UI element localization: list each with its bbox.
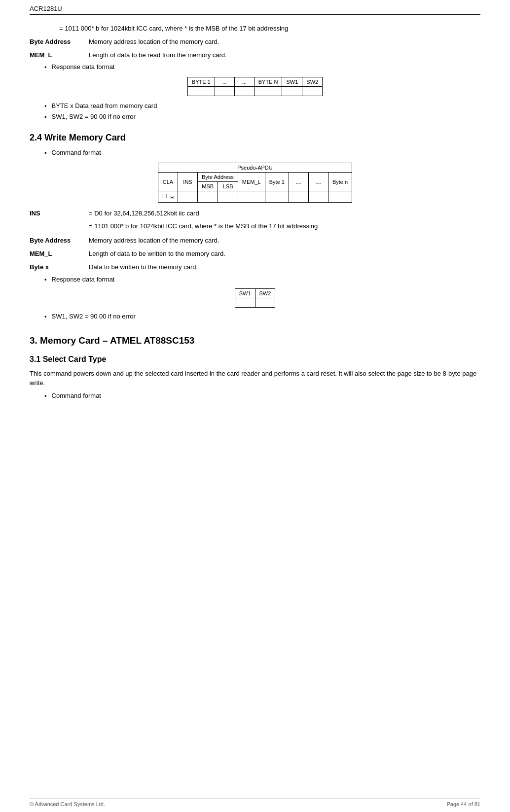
byte-address-row: Byte Address Memory address location of … bbox=[30, 37, 480, 47]
read-h1: BYTE 1 bbox=[187, 77, 215, 87]
write-table-row3: FF H bbox=[158, 191, 352, 202]
wt-dots2: .... bbox=[308, 173, 328, 191]
wt-lsb: LSB bbox=[218, 182, 238, 191]
read-d2 bbox=[215, 87, 234, 96]
read-d3 bbox=[234, 87, 254, 96]
bullet-dot-7: • bbox=[44, 392, 47, 400]
bullet-dot-1: • bbox=[44, 64, 47, 71]
wt-meml: MEM_L bbox=[238, 173, 265, 191]
bullet-dot-2: • bbox=[44, 103, 47, 110]
write-table-row1: CLA INS Byte Address MEM_L Byte 1 .... .… bbox=[158, 173, 352, 182]
bullet-dot-5: • bbox=[44, 276, 47, 283]
command-format-bullet2: • Command format bbox=[44, 392, 480, 400]
wt-ffh: FF H bbox=[158, 191, 178, 202]
ins-eq2-text: = 1101 000* b for 1024kbit ICC card, whe… bbox=[89, 222, 318, 230]
byte-x2-desc: Data to be written to the memory card. bbox=[89, 262, 480, 273]
page-container: ACR1281U = 1011 000* b for 1024kbit ICC … bbox=[0, 0, 510, 812]
read-response-table-wrapper: BYTE 1 ... ... BYTE N SW1 SW2 bbox=[30, 77, 480, 96]
wt-e7 bbox=[289, 191, 308, 202]
byte-x2-row: Byte x Data to be written to the memory … bbox=[30, 262, 480, 273]
write-response-table-wrapper: SW1 SW2 bbox=[30, 288, 480, 308]
ins-eq1: = D0 for 32,64,128,256,512kbit iic card bbox=[89, 209, 480, 219]
mem-l2-row: MEM_L Length of data to be written to th… bbox=[30, 249, 480, 259]
byte-x-text: BYTE x Data read from memory card bbox=[52, 102, 157, 109]
byte-x-bullet: • BYTE x Data read from memory card bbox=[44, 102, 480, 110]
mem-l-desc: Length of data to be read from the memor… bbox=[89, 50, 480, 61]
wt-e2 bbox=[178, 191, 198, 202]
wt-e6 bbox=[265, 191, 289, 202]
sw1-sw2-write-text: SW1, SW2 = 90 00 if no error bbox=[52, 313, 136, 320]
write-resp-sw1-h: SW1 bbox=[235, 288, 255, 298]
response-format-bullet2: • Response data format bbox=[44, 276, 480, 283]
bullet-dot-6: • bbox=[44, 313, 47, 320]
wt-byten: Byte n bbox=[328, 173, 352, 191]
write-resp-sw2-h: SW2 bbox=[255, 288, 275, 298]
wt-e8 bbox=[308, 191, 328, 202]
write-resp-sw2-d bbox=[255, 298, 275, 307]
mem-l-label: MEM_L bbox=[30, 50, 89, 61]
read-table-data-row bbox=[187, 87, 322, 96]
wt-ins: INS bbox=[178, 173, 198, 191]
section-31-title: 3.1 Select Card Type bbox=[30, 355, 106, 363]
mem-l2-label: MEM_L bbox=[30, 249, 89, 259]
write-resp-data-row bbox=[235, 298, 275, 307]
sw1-sw2-text: SW1, SW2 = 90 00 if no error bbox=[52, 113, 136, 120]
sw1-sw2-write-bullet: • SW1, SW2 = 90 00 if no error bbox=[44, 313, 480, 320]
bullet-dot-3: • bbox=[44, 113, 47, 121]
wt-dots1: .... bbox=[289, 173, 308, 191]
write-command-table-wrapper: Pseudo-APDU CLA INS Byte Address MEM_L B… bbox=[30, 163, 480, 202]
footer-left: © Advanced Card Systems Ltd. bbox=[30, 801, 105, 807]
wt-e4 bbox=[218, 191, 238, 202]
byte-address-desc: Memory address location of the memory ca… bbox=[89, 37, 480, 47]
read-d6 bbox=[302, 87, 323, 96]
read-table-header-row: BYTE 1 ... ... BYTE N SW1 SW2 bbox=[187, 77, 322, 87]
eq1-text: = 1011 000* b for 1024kbit ICC card, whe… bbox=[59, 25, 288, 32]
section-31-desc: This command powers down and up the sele… bbox=[30, 369, 480, 388]
read-h3: ... bbox=[234, 77, 254, 87]
wt-e5 bbox=[238, 191, 265, 202]
command-format-bullet: • Command format bbox=[44, 149, 480, 157]
ins-label: INS bbox=[30, 209, 89, 219]
mem-l-row: MEM_L Length of data to be read from the… bbox=[30, 50, 480, 61]
read-response-table: BYTE 1 ... ... BYTE N SW1 SW2 bbox=[187, 77, 323, 96]
byte-address2-row: Byte Address Memory address location of … bbox=[30, 236, 480, 246]
eq1-line: = 1011 000* b for 1024kbit ICC card, whe… bbox=[59, 24, 480, 34]
read-h2: ... bbox=[215, 77, 234, 87]
response-format-label2: Response data format bbox=[52, 276, 115, 283]
ins-eq2-line: = 1101 000* b for 1024kbit ICC card, whe… bbox=[89, 221, 480, 232]
response-format-bullet: • Response data format bbox=[44, 63, 480, 71]
write-command-table: Pseudo-APDU CLA INS Byte Address MEM_L B… bbox=[158, 163, 352, 202]
wt-byteaddr: Byte Address bbox=[198, 173, 238, 182]
read-d4 bbox=[254, 87, 282, 96]
read-h4: BYTE N bbox=[254, 77, 282, 87]
footer-right: Page 44 of 81 bbox=[446, 801, 480, 807]
footer-bar: © Advanced Card Systems Ltd. Page 44 of … bbox=[30, 799, 480, 807]
command-format2-label: Command format bbox=[52, 392, 101, 399]
write-resp-sw1-d bbox=[235, 298, 255, 307]
wt-byte1: Byte 1 bbox=[265, 173, 289, 191]
sw1-sw2-bullet: • SW1, SW2 = 90 00 if no error bbox=[44, 113, 480, 121]
wt-e3 bbox=[198, 191, 218, 202]
pseudo-apdu-header: Pseudo-APDU bbox=[158, 163, 352, 173]
mem-l2-desc: Length of data to be written to the memo… bbox=[89, 249, 480, 259]
section-3-title: 3. Memory Card – ATMEL AT88SC153 bbox=[30, 335, 194, 346]
read-h5: SW1 bbox=[282, 77, 302, 87]
wt-e9 bbox=[328, 191, 352, 202]
read-d1 bbox=[187, 87, 215, 96]
write-resp-header-row: SW1 SW2 bbox=[235, 288, 275, 298]
header-bar: ACR1281U bbox=[30, 5, 480, 15]
byte-address-label: Byte Address bbox=[30, 37, 89, 47]
section-3-heading: 3. Memory Card – ATMEL AT88SC153 bbox=[30, 335, 480, 346]
response-format-label: Response data format bbox=[52, 63, 115, 71]
section-24-title: 2.4 Write Memory Card bbox=[30, 133, 126, 142]
byte-address2-desc: Memory address location of the memory ca… bbox=[89, 236, 480, 246]
header-title: ACR1281U bbox=[30, 5, 62, 12]
command-format-label: Command format bbox=[52, 149, 101, 156]
wt-msb: MSB bbox=[198, 182, 218, 191]
read-d5 bbox=[282, 87, 302, 96]
wt-cla: CLA bbox=[158, 173, 178, 191]
pseudo-apdu-header-row: Pseudo-APDU bbox=[158, 163, 352, 173]
write-response-table: SW1 SW2 bbox=[235, 288, 276, 308]
byte-address2-label: Byte Address bbox=[30, 236, 89, 246]
section-24-heading: 2.4 Write Memory Card bbox=[30, 133, 480, 143]
